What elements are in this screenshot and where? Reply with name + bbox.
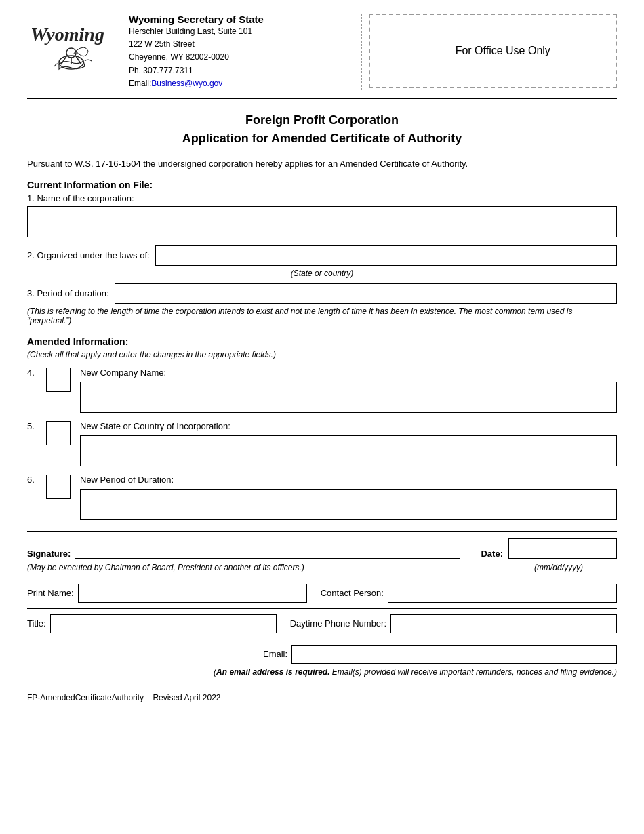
amended-info-header: Amended Information: [27, 336, 617, 347]
date-area: Date: [481, 538, 617, 559]
item5-checkbox[interactable] [46, 421, 71, 445]
phone-input[interactable] [390, 614, 617, 633]
item5-label: New State or Country of Incorporation: [80, 421, 617, 431]
field3-container: 3. Period of duration: (This is referrin… [27, 283, 617, 325]
email-required-hint: (An email address is required. Email(s) … [214, 667, 617, 677]
intro-text: Pursuant to W.S. 17-16-1504 the undersig… [27, 159, 617, 169]
date-input[interactable] [508, 538, 617, 559]
field2-row: 2. Organized under the laws of: [27, 245, 617, 266]
signature-label: Signature: [27, 549, 71, 559]
address-line2: 122 W 25th Street [129, 38, 355, 51]
item5-content: New State or Country of Incorporation: [80, 421, 617, 466]
field2-container: 2. Organized under the laws of: (State o… [27, 245, 617, 278]
print-name-label: Print Name: [27, 588, 74, 598]
title-input[interactable] [50, 614, 277, 633]
item4-input[interactable] [80, 382, 617, 413]
contact-person-label: Contact Person: [321, 588, 384, 598]
address-line3: Cheyenne, WY 82002-0020 [129, 51, 355, 64]
header: Wyoming Wyoming Secretary of State Hersc… [27, 14, 617, 90]
field3-row: 3. Period of duration: [27, 283, 617, 304]
email-field-input[interactable] [291, 645, 617, 664]
footer-text: FP-AmendedCertificateAuthority – Revised… [27, 693, 617, 702]
phone: Ph. 307.777.7311 [129, 64, 355, 77]
form-title-line1: Foreign Profit Corporation [27, 111, 617, 130]
wyoming-logo-svg: Wyoming [27, 14, 115, 81]
office-use-only-text: For Office Use Only [456, 45, 550, 57]
field1-container: 1. Name of the corporation: [27, 193, 617, 237]
date-hint: (mm/dd/yyyy) [534, 563, 617, 572]
address-line1: Herschler Building East, Suite 101 [129, 25, 355, 38]
item6-number: 6. [27, 475, 41, 485]
title-phone-row: Title: Daytime Phone Number: [27, 608, 617, 633]
item6-input[interactable] [80, 489, 617, 520]
field2-label: 2. Organized under the laws of: [27, 250, 150, 260]
form-title-line2: Application for Amended Certificate of A… [27, 130, 617, 148]
email-field-row: Email: [27, 639, 617, 664]
svg-text:Wyoming: Wyoming [31, 24, 104, 45]
date-label: Date: [481, 549, 503, 559]
agency-address: Herschler Building East, Suite 101 122 W… [129, 25, 355, 90]
agency-info: Wyoming Secretary of State Herschler Bui… [122, 14, 362, 90]
laws-of-input[interactable] [155, 245, 617, 266]
print-name-row: Print Name: Contact Person: [27, 578, 617, 603]
item6-checkbox[interactable] [46, 475, 71, 499]
item6-label: New Period of Duration: [80, 475, 617, 485]
email-row: Email:Business@wyo.gov [129, 77, 355, 90]
corporation-name-input[interactable] [27, 206, 617, 237]
item5-number: 5. [27, 421, 41, 431]
signature-underline [75, 544, 460, 559]
agency-name: Wyoming Secretary of State [129, 14, 355, 25]
item6-content: New Period of Duration: [80, 475, 617, 520]
form-title: Foreign Profit Corporation Application f… [27, 111, 617, 148]
item4-number: 4. [27, 368, 41, 378]
signature-row: Signature: Date: [27, 538, 617, 559]
field1-label: 1. Name of the corporation: [27, 193, 617, 203]
item4-checkbox[interactable] [46, 368, 71, 392]
field3-label: 3. Period of duration: [27, 288, 109, 298]
signature-line-area: Signature: [27, 544, 481, 559]
email-hint-container: (An email address is required. Email(s) … [27, 667, 617, 677]
phone-label: Daytime Phone Number: [290, 618, 386, 629]
item6-container: 6. New Period of Duration: [27, 475, 617, 520]
amended-hint: (Check all that apply and enter the chan… [27, 350, 617, 359]
email-link[interactable]: Business@wyo.gov [151, 79, 222, 88]
field3-hint: (This is referring to the length of time… [27, 306, 617, 325]
signature-hint: (May be executed by Chairman of Board, P… [27, 563, 304, 572]
signature-section: Signature: Date: (May be executed by Cha… [27, 531, 617, 677]
contact-person-input[interactable] [388, 584, 617, 603]
double-rule [27, 98, 617, 100]
item4-container: 4. New Company Name: [27, 368, 617, 413]
print-name-input[interactable] [78, 584, 307, 603]
field2-hint: (State or country) [27, 269, 617, 278]
title-label: Title: [27, 618, 46, 629]
email-field-label: Email: [263, 649, 287, 659]
item4-content: New Company Name: [80, 368, 617, 413]
current-info-header: Current Information on File: [27, 180, 617, 191]
duration-input[interactable] [115, 283, 617, 304]
logo-area: Wyoming [27, 14, 122, 83]
item4-label: New Company Name: [80, 368, 617, 378]
signature-hint-row: (May be executed by Chairman of Board, P… [27, 561, 617, 572]
item5-container: 5. New State or Country of Incorporation… [27, 421, 617, 466]
office-use-only-box: For Office Use Only [369, 14, 618, 88]
email-label: Email: [129, 79, 151, 88]
item5-input[interactable] [80, 435, 617, 466]
